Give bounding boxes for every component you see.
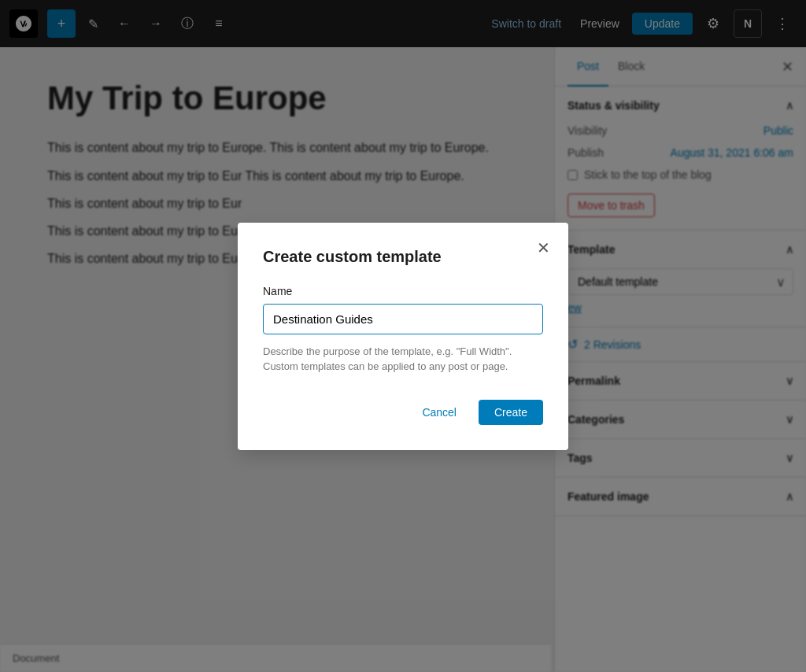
modal-actions: Cancel Create <box>263 400 543 425</box>
modal-create-button[interactable]: Create <box>479 400 543 425</box>
modal-overlay: Create custom template ✕ Name Describe t… <box>0 0 806 672</box>
create-template-modal: Create custom template ✕ Name Describe t… <box>238 223 568 450</box>
modal-name-label: Name <box>263 285 543 297</box>
modal-cancel-button[interactable]: Cancel <box>409 400 469 425</box>
modal-title: Create custom template <box>263 248 543 266</box>
modal-close-button[interactable]: ✕ <box>531 235 556 260</box>
template-name-input[interactable] <box>263 304 543 334</box>
modal-hint: Describe the purpose of the template, e.… <box>263 344 543 375</box>
